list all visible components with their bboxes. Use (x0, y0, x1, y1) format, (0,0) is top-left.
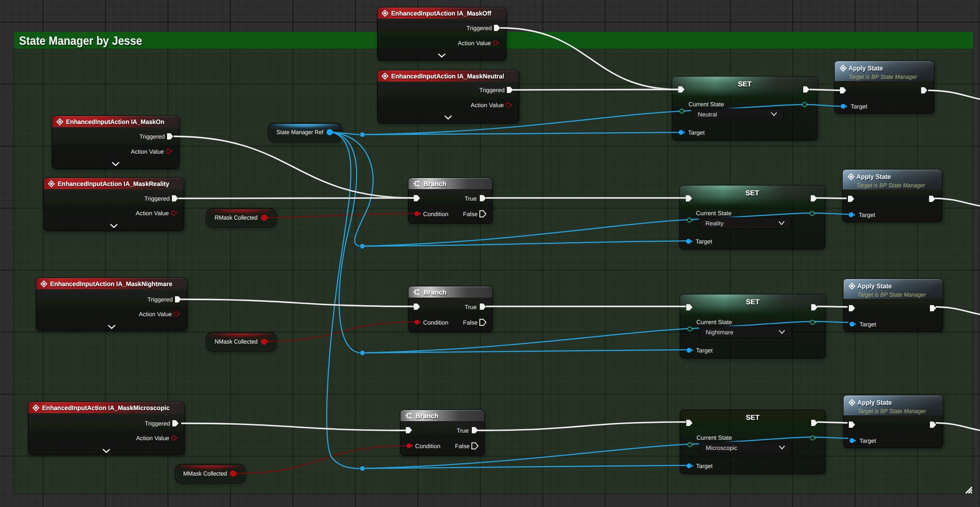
svg-text:NMask Collected: NMask Collected (215, 338, 258, 345)
svg-text:Apply State: Apply State (857, 399, 892, 406)
svg-text:Current State: Current State (688, 101, 724, 108)
svg-text:Target is BP State Manager: Target is BP State Manager (857, 291, 926, 298)
svg-text:EnhancedInputAction IA_MaskNeu: EnhancedInputAction IA_MaskNeutral (391, 73, 504, 80)
svg-text:False: False (455, 443, 470, 449)
svg-text:Neutral: Neutral (698, 111, 717, 118)
svg-text:Nightmare: Nightmare (706, 329, 733, 336)
svg-text:Target: Target (696, 347, 713, 354)
svg-text:False: False (463, 319, 478, 326)
svg-text:Triggered: Triggered (467, 25, 492, 31)
svg-text:SET: SET (745, 190, 759, 197)
svg-text:True: True (465, 304, 477, 310)
svg-text:Target: Target (851, 103, 867, 110)
svg-text:Branch: Branch (424, 180, 447, 188)
svg-text:SET: SET (746, 414, 759, 422)
svg-text:Action Value: Action Value (139, 311, 172, 317)
svg-text:Apply State: Apply State (848, 65, 883, 72)
svg-text:Action Value: Action Value (471, 102, 504, 108)
svg-text:State Manager Ref: State Manager Ref (276, 129, 323, 135)
svg-text:Target: Target (696, 238, 712, 245)
svg-text:Target: Target (696, 463, 713, 469)
svg-text:EnhancedInputAction IA_MaskOff: EnhancedInputAction IA_MaskOff (391, 10, 491, 17)
svg-text:False: False (463, 211, 478, 217)
svg-text:Action Value: Action Value (136, 210, 169, 217)
svg-text:EnhancedInputAction IA_MaskNig: EnhancedInputAction IA_MaskNightmare (50, 281, 172, 288)
svg-text:Action Value: Action Value (131, 148, 164, 155)
svg-text:Reality: Reality (705, 220, 724, 227)
svg-text:Triggered: Triggered (145, 420, 170, 427)
svg-text:Target is BP State Manager: Target is BP State Manager (856, 182, 925, 189)
svg-text:Target is BP State Manager: Target is BP State Manager (857, 408, 926, 414)
svg-text:Apply State: Apply State (857, 283, 892, 290)
svg-text:Action Value: Action Value (136, 435, 169, 441)
svg-text:Target: Target (859, 321, 876, 328)
svg-text:Current State: Current State (696, 434, 732, 441)
svg-text:True: True (465, 195, 477, 202)
svg-text:Triggered: Triggered (144, 195, 170, 202)
svg-text:Current State: Current State (696, 210, 731, 217)
svg-text:Target: Target (688, 129, 705, 136)
svg-text:EnhancedInputAction IA_MaskOn: EnhancedInputAction IA_MaskOn (66, 119, 164, 126)
svg-text:SET: SET (746, 298, 759, 306)
svg-text:RMask Collected: RMask Collected (215, 214, 258, 221)
svg-text:Condition: Condition (415, 443, 440, 449)
svg-text:Target: Target (859, 212, 875, 218)
svg-text:EnhancedInputAction IA_MaskMic: EnhancedInputAction IA_MaskMicroscopic (42, 405, 170, 412)
svg-text:Current State: Current State (696, 319, 732, 325)
svg-text:Triggered: Triggered (148, 296, 173, 303)
svg-text:Condition: Condition (423, 319, 448, 326)
svg-text:Triggered: Triggered (140, 133, 165, 140)
svg-text:Triggered: Triggered (479, 87, 505, 93)
svg-text:Target is BP State Manager: Target is BP State Manager (848, 74, 917, 80)
svg-text:Target: Target (859, 437, 876, 444)
svg-text:Branch: Branch (416, 412, 439, 420)
svg-text:EnhancedInputAction IA_MaskRea: EnhancedInputAction IA_MaskReality (58, 181, 169, 188)
svg-text:State Manager by Jesse: State Manager by Jesse (19, 34, 142, 47)
svg-text:True: True (457, 427, 469, 434)
svg-text:Condition: Condition (423, 211, 448, 217)
svg-text:Action Value: Action Value (458, 40, 491, 46)
svg-text:SET: SET (738, 81, 751, 88)
svg-text:MMask Collected: MMask Collected (183, 470, 227, 477)
svg-text:Apply State: Apply State (856, 173, 891, 181)
svg-text:Microscopic: Microscopic (706, 445, 738, 451)
svg-text:Branch: Branch (424, 289, 447, 296)
